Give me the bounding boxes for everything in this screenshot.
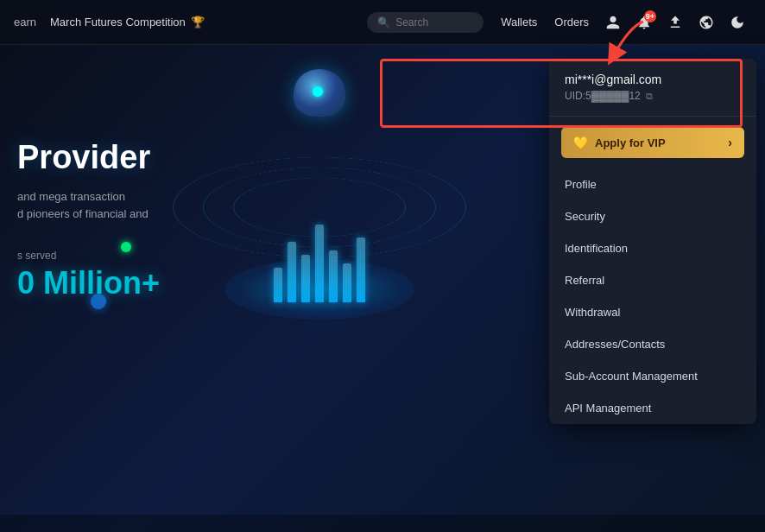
user-icon <box>605 15 621 30</box>
menu-item-withdrawal[interactable]: Withdrawal <box>549 296 756 328</box>
trophy-icon: 🏆 <box>191 16 205 28</box>
user-email: mi***i@gmail.com <box>565 73 741 86</box>
hero-illustration <box>155 43 484 371</box>
user-uid-text: UID:5▓▓▓▓▓12 <box>565 90 641 102</box>
bar-7 <box>357 238 365 302</box>
menu-item-sub-account[interactable]: Sub-Account Management <box>549 360 756 392</box>
user-uid-row: UID:5▓▓▓▓▓12 ⧉ <box>565 90 741 102</box>
bottom-bar <box>0 515 765 532</box>
nav-competition-label: March Futures Competition <box>50 16 186 28</box>
navbar: earn March Futures Competition 🏆 🔍 Walle… <box>0 0 765 45</box>
menu-item-referral[interactable]: Referral <box>549 264 756 296</box>
robot-eye <box>313 86 323 97</box>
hero-title-text: Provider <box>17 139 150 175</box>
download-icon <box>667 15 683 30</box>
vip-heart-icon: 💛 <box>573 136 588 149</box>
bar-2 <box>288 242 296 302</box>
user-dropdown-menu: mi***i@gmail.com UID:5▓▓▓▓▓12 ⧉ 💛 Apply … <box>549 59 756 424</box>
dropdown-header: mi***i@gmail.com UID:5▓▓▓▓▓12 ⧉ <box>549 59 756 117</box>
bar-1 <box>274 268 282 302</box>
search-input[interactable] <box>395 16 473 28</box>
bar-6 <box>343 263 351 302</box>
nav-orders-link[interactable]: Orders <box>547 10 596 34</box>
search-box[interactable]: 🔍 <box>367 12 484 33</box>
moon-icon <box>730 15 745 30</box>
menu-item-identification[interactable]: Identification <box>549 232 756 264</box>
vip-arrow-icon: › <box>728 136 732 149</box>
menu-item-api[interactable]: API Management <box>549 392 756 424</box>
menu-item-security[interactable]: Security <box>549 200 756 232</box>
hero-stat-value: 0 Million+ <box>17 265 160 301</box>
globe-icon <box>699 15 714 30</box>
robot-illustration <box>294 69 345 117</box>
hero-subtitle: and mega transaction d pioneers of finan… <box>17 188 160 225</box>
menu-item-addresses[interactable]: Addresses/Contacts <box>549 328 756 360</box>
copy-uid-button[interactable]: ⧉ <box>646 91 653 102</box>
bar-4 <box>315 225 324 302</box>
nav-left: earn March Futures Competition 🏆 <box>14 16 367 28</box>
nav-right: 🔍 Wallets Orders 9+ <box>367 9 751 36</box>
user-account-button[interactable] <box>599 9 627 36</box>
language-button[interactable] <box>692 9 720 36</box>
nav-earn-link[interactable]: earn <box>14 16 36 28</box>
vip-label: Apply for VIP <box>595 136 666 149</box>
nav-wallets-link[interactable]: Wallets <box>494 10 544 34</box>
bar-5 <box>329 250 338 302</box>
menu-item-profile[interactable]: Profile <box>549 168 756 200</box>
bar-3 <box>301 255 310 302</box>
search-icon: 🔍 <box>377 16 390 28</box>
download-button[interactable] <box>661 9 689 36</box>
hero-stat-label: s served <box>17 250 160 262</box>
bar-chart <box>274 225 365 302</box>
apply-vip-button[interactable]: 💛 Apply for VIP › <box>561 127 744 158</box>
hero-title: Provider <box>17 138 160 178</box>
notification-badge: 9+ <box>644 10 656 22</box>
vip-button-left: 💛 Apply for VIP <box>573 136 666 149</box>
notification-button[interactable]: 9+ <box>630 9 658 36</box>
hero-text-block: Provider and mega transaction d pioneers… <box>17 138 160 301</box>
theme-toggle-button[interactable] <box>724 9 751 36</box>
nav-competition-link[interactable]: March Futures Competition 🏆 <box>50 16 205 28</box>
